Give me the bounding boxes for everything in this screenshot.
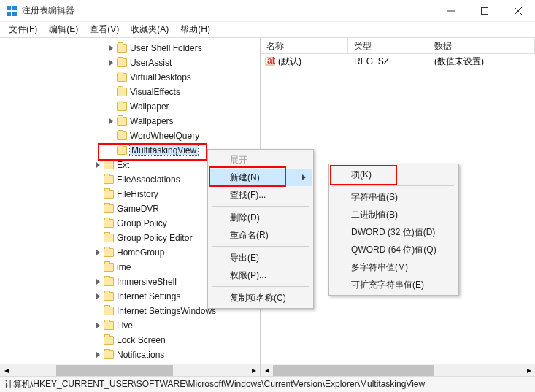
- expand-icon[interactable]: [93, 292, 102, 301]
- expand-icon[interactable]: [93, 350, 102, 359]
- tree-label: MultitaskingView: [130, 145, 198, 155]
- tree-hscroll[interactable]: ◂ ▸: [0, 364, 260, 376]
- expand-icon[interactable]: [93, 219, 102, 228]
- expand-icon[interactable]: [93, 321, 102, 330]
- folder-icon: [117, 102, 127, 111]
- tree-label: FileAssociations: [117, 174, 180, 185]
- expand-icon[interactable]: [93, 161, 102, 169]
- tree-label: UserAssist: [130, 58, 172, 68]
- menu-item[interactable]: 新建(N): [209, 169, 312, 186]
- expand-icon[interactable]: [93, 190, 102, 199]
- tree-label: Group Policy Editor: [117, 233, 192, 243]
- tree-label: HomeGroup: [117, 247, 164, 258]
- menu-separator: [334, 185, 454, 186]
- tree-item[interactable]: VisualEffects: [0, 85, 260, 99]
- tree-label: Ext: [117, 160, 129, 170]
- tree-label: GameDVR: [117, 204, 159, 214]
- menu-item[interactable]: 删除(D): [209, 209, 312, 226]
- svg-rect-5: [482, 7, 488, 14]
- tree-label: User Shell Folders: [130, 43, 202, 53]
- expand-icon[interactable]: [93, 336, 102, 345]
- folder-icon: [104, 204, 114, 213]
- folder-icon: [117, 88, 127, 96]
- tree-item[interactable]: Notifications: [0, 347, 260, 362]
- folder-icon: [117, 131, 127, 140]
- menu-file[interactable]: 文件(F): [3, 22, 43, 37]
- col-data[interactable]: 数据: [428, 38, 535, 53]
- menu-item[interactable]: 多字符串值(M): [331, 258, 457, 276]
- expand-icon[interactable]: [107, 58, 115, 67]
- scroll-right-icon[interactable]: ▸: [523, 364, 535, 377]
- tree-label: Wallpaper: [130, 101, 169, 112]
- menu-item[interactable]: 查找(F)...: [209, 186, 312, 204]
- expand-icon[interactable]: [93, 175, 102, 184]
- expand-icon[interactable]: [107, 146, 115, 155]
- menu-item[interactable]: 权限(P)...: [209, 266, 312, 284]
- menu-item[interactable]: 二进制值(B): [331, 206, 457, 223]
- menu-item[interactable]: 字符串值(S): [331, 188, 457, 206]
- folder-icon: [117, 44, 127, 53]
- expand-icon[interactable]: [107, 117, 115, 126]
- expand-icon[interactable]: [107, 88, 115, 96]
- tree-item[interactable]: Live: [0, 318, 260, 333]
- maximize-button[interactable]: [468, 0, 501, 22]
- expand-icon[interactable]: [107, 73, 115, 82]
- menu-separator: [212, 246, 309, 247]
- close-button[interactable]: [501, 0, 535, 22]
- scroll-left-icon[interactable]: ◂: [261, 364, 273, 377]
- context-menu: 展开新建(N)查找(F)...删除(D)重命名(R)导出(E)权限(P)...复…: [207, 149, 314, 309]
- menu-favorites[interactable]: 收藏夹(A): [125, 22, 174, 37]
- expand-icon[interactable]: [107, 131, 115, 140]
- minimize-button[interactable]: [434, 0, 468, 22]
- folder-icon: [104, 175, 114, 184]
- folder-icon: [104, 190, 114, 199]
- svg-rect-2: [7, 12, 11, 16]
- expand-icon[interactable]: [93, 248, 102, 257]
- expand-icon[interactable]: [107, 102, 115, 111]
- tree-label: WordWheelQuery: [130, 131, 199, 141]
- menu-item[interactable]: 复制项名称(C): [209, 289, 312, 307]
- expand-icon[interactable]: [93, 277, 102, 286]
- menu-item[interactable]: QWORD (64 位)值(Q): [331, 241, 457, 258]
- menu-item[interactable]: 导出(E): [209, 249, 312, 266]
- folder-icon: [104, 234, 114, 242]
- tree-item[interactable]: Lock Screen: [0, 333, 260, 347]
- scroll-right-icon[interactable]: ▸: [247, 364, 260, 377]
- folder-icon: [104, 350, 114, 359]
- tree-item[interactable]: WordWheelQuery: [0, 128, 260, 143]
- folder-icon: [117, 58, 127, 67]
- expand-icon[interactable]: [107, 44, 115, 53]
- menu-item[interactable]: 项(K): [331, 166, 457, 183]
- tree-item[interactable]: User Shell Folders: [0, 41, 260, 55]
- menu-help[interactable]: 帮助(H): [174, 22, 216, 37]
- menu-view[interactable]: 查看(V): [84, 22, 125, 37]
- tree-label: VirtualDesktops: [130, 72, 191, 82]
- tree-item[interactable]: UserAssist: [0, 55, 260, 70]
- tree-label: VisualEffects: [130, 87, 180, 97]
- tree-label: Internet Settings: [117, 291, 180, 301]
- menu-separator: [212, 286, 309, 287]
- tree-item[interactable]: Wallpaper: [0, 99, 260, 114]
- row-data: (数值未设置): [428, 55, 535, 68]
- col-name[interactable]: 名称: [261, 38, 348, 53]
- expand-icon[interactable]: [93, 263, 102, 272]
- expand-icon[interactable]: [93, 234, 102, 242]
- scroll-left-icon[interactable]: ◂: [0, 364, 12, 377]
- list-row[interactable]: ab (默认) REG_SZ (数值未设置): [261, 54, 535, 69]
- menu-item[interactable]: DWORD (32 位)值(D): [331, 223, 457, 241]
- menu-edit[interactable]: 编辑(E): [43, 22, 84, 37]
- list-hscroll[interactable]: ◂ ▸: [261, 364, 535, 376]
- tree-item[interactable]: VirtualDesktops: [0, 70, 260, 85]
- tree-label: Internet SettingsWindows: [117, 306, 216, 316]
- menu-item: 展开: [209, 151, 312, 169]
- col-type[interactable]: 类型: [348, 38, 428, 53]
- folder-icon: [104, 321, 114, 330]
- menu-item[interactable]: 重命名(R): [209, 226, 312, 244]
- menu-item[interactable]: 可扩充字符串值(E): [331, 276, 457, 293]
- folder-icon: [104, 292, 114, 301]
- tree-item[interactable]: Wallpapers: [0, 114, 260, 128]
- expand-icon[interactable]: [93, 204, 102, 213]
- expand-icon[interactable]: [93, 307, 102, 315]
- menu-separator: [212, 206, 309, 207]
- folder-icon: [117, 73, 127, 82]
